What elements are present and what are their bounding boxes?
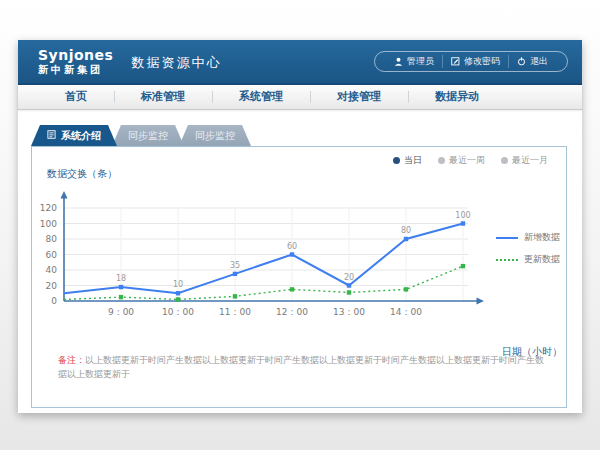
power-icon — [517, 57, 526, 66]
chart-legend: 新增数据 更新数据 — [496, 231, 560, 275]
svg-text:20: 20 — [46, 281, 58, 291]
nav-item-data-change[interactable]: 数据异动 — [408, 85, 506, 109]
header: Synjones 新中新集团 数据资源中心 管理员 修改密码 退出 — [18, 40, 582, 85]
svg-text:18: 18 — [116, 274, 126, 283]
svg-text:60: 60 — [46, 250, 58, 260]
edit-icon — [451, 57, 460, 66]
logo: Synjones 新中新集团 — [38, 48, 113, 75]
range-option-today[interactable]: 当日 — [393, 154, 422, 167]
user-menu: 管理员 修改密码 退出 — [374, 51, 568, 72]
logout-button[interactable]: 退出 — [508, 55, 556, 68]
svg-text:12：00: 12：00 — [276, 307, 308, 317]
nav-item-interface-mgmt[interactable]: 对接管理 — [310, 85, 408, 109]
legend-item-updated-data: 更新数据 — [496, 253, 560, 266]
footnote-prefix: 备注： — [58, 355, 85, 365]
svg-text:14：00: 14：00 — [390, 307, 422, 317]
dotted-line-icon — [496, 259, 518, 261]
exchange-chart-svg: 0204060801001209：0010：0011：0012：0013：001… — [32, 189, 564, 337]
nav-item-home[interactable]: 首页 — [38, 85, 114, 109]
radio-icon — [501, 157, 508, 164]
svg-text:9：00: 9：00 — [108, 307, 134, 317]
svg-text:40: 40 — [46, 265, 58, 275]
nav-item-standard-mgmt[interactable]: 标准管理 — [114, 85, 212, 109]
svg-text:13：00: 13：00 — [333, 307, 365, 317]
logo-primary: Synjones — [38, 48, 113, 62]
svg-text:10: 10 — [173, 280, 183, 289]
svg-text:60: 60 — [287, 242, 297, 251]
tab-sync-monitor-1[interactable]: 同步监控 — [112, 125, 184, 146]
chart-panel: 当日 最近一周 最近一月 数据交换（条） 0204060801001209：00… — [31, 146, 567, 408]
svg-text:100: 100 — [40, 219, 57, 229]
svg-text:80: 80 — [401, 226, 411, 235]
page-title: 数据资源中心 — [131, 54, 221, 72]
nav-item-system-mgmt[interactable]: 系统管理 — [212, 85, 310, 109]
svg-text:35: 35 — [230, 261, 240, 270]
svg-text:11：00: 11：00 — [219, 307, 251, 317]
radio-selected-icon — [393, 157, 400, 164]
legend-item-new-data: 新增数据 — [496, 231, 560, 244]
tab-bar: 系统介绍 同步监控 同步监控 — [31, 125, 582, 146]
svg-text:20: 20 — [344, 273, 354, 282]
tab-system-intro[interactable]: 系统介绍 — [31, 125, 117, 146]
document-icon — [47, 125, 56, 147]
svg-text:10：00: 10：00 — [162, 307, 194, 317]
time-range-group: 当日 最近一周 最近一月 — [393, 154, 548, 167]
svg-text:120: 120 — [40, 203, 57, 213]
svg-text:80: 80 — [46, 234, 58, 244]
svg-text:0: 0 — [51, 296, 57, 306]
change-password-button[interactable]: 修改密码 — [442, 55, 508, 68]
svg-text:100: 100 — [455, 211, 470, 220]
logo-secondary: 新中新集团 — [38, 65, 113, 75]
range-option-last-month[interactable]: 最近一月 — [501, 154, 548, 167]
tab-sync-monitor-2[interactable]: 同步监控 — [179, 125, 251, 146]
app-window: Synjones 新中新集团 数据资源中心 管理员 修改密码 退出 — [18, 40, 582, 413]
person-icon — [394, 57, 403, 66]
footnote: 备注：以上数据更新于时间产生数据以上数据更新于时间产生数据以上数据更新于时间产生… — [58, 354, 548, 381]
y-axis-title: 数据交换（条） — [47, 167, 117, 181]
range-option-last-week[interactable]: 最近一周 — [438, 154, 485, 167]
admin-user[interactable]: 管理员 — [386, 55, 442, 68]
solid-line-icon — [496, 237, 518, 239]
exchange-line-chart: 0204060801001209：0010：0011：0012：0013：001… — [32, 189, 564, 337]
radio-icon — [438, 157, 445, 164]
footnote-text: 以上数据更新于时间产生数据以上数据更新于时间产生数据以上数据更新于时间产生数据以… — [58, 355, 544, 379]
main-nav: 首页 标准管理 系统管理 对接管理 数据异动 — [18, 85, 582, 110]
